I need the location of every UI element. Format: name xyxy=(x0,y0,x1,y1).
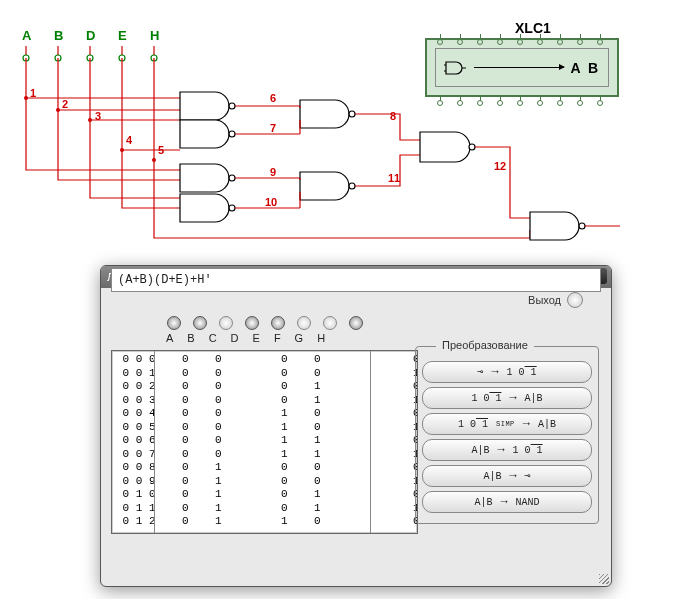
resize-handle[interactable] xyxy=(599,574,609,584)
expression-field[interactable]: (A+B)(D+E)+H' xyxy=(111,268,601,292)
wire-11: 11 xyxy=(388,172,400,184)
table-row: 0 1 0 0 1 0 1 0 1 xyxy=(116,488,413,502)
svg-point-11 xyxy=(56,108,60,112)
btn-table-to-expr[interactable]: 1 0 1→A|B xyxy=(422,387,592,409)
logic-schematic xyxy=(0,0,697,260)
table-row: 0 1 2 0 1 1 0 0 1 xyxy=(116,515,413,529)
svg-point-22 xyxy=(579,223,585,229)
wire-6: 6 xyxy=(270,92,276,104)
btn-expr-to-circuit[interactable]: A|B→⊸ xyxy=(422,465,592,487)
table-row: 0 0 4 0 0 1 0 0 1 xyxy=(116,407,413,421)
svg-point-18 xyxy=(229,205,235,211)
svg-point-19 xyxy=(349,111,355,117)
svg-point-17 xyxy=(229,175,235,181)
table-row: 0 0 2 0 0 0 1 0 1 xyxy=(116,380,413,394)
wire-2: 2 xyxy=(62,98,68,110)
svg-point-10 xyxy=(24,96,28,100)
wire-9: 9 xyxy=(270,166,276,178)
nand-gate xyxy=(180,92,235,120)
col-terminal-b[interactable] xyxy=(193,316,207,330)
table-row: 0 0 5 0 0 1 0 1 0 xyxy=(116,421,413,435)
column-letters: ABCDEFGH xyxy=(161,332,369,344)
table-row: 0 1 1 0 1 0 1 1 1 xyxy=(116,502,413,516)
table-row: 0 0 7 0 0 1 1 1 0 xyxy=(116,448,413,462)
table-row: 0 0 1 0 0 0 0 1 0 xyxy=(116,367,413,381)
col-terminal-c[interactable] xyxy=(219,316,233,330)
conversion-group: Преобразование ⊸→1 0 1 1 0 1→A|B 1 0 1SI… xyxy=(415,346,599,524)
col-terminal-d[interactable] xyxy=(245,316,259,330)
col-terminal-e[interactable] xyxy=(271,316,285,330)
col-terminal-a[interactable] xyxy=(167,316,181,330)
svg-point-21 xyxy=(469,144,475,150)
table-row: 0 0 8 0 1 0 0 0 1 xyxy=(116,461,413,475)
wire-1: 1 xyxy=(30,87,36,99)
wire-10: 10 xyxy=(265,196,277,208)
wire-12: 12 xyxy=(494,160,506,172)
wire-5: 5 xyxy=(158,144,164,156)
svg-point-12 xyxy=(88,118,92,122)
conversion-legend: Преобразование xyxy=(436,339,534,351)
table-row: 0 0 9 0 1 0 0 1 1 xyxy=(116,475,413,489)
col-terminal-h[interactable] xyxy=(349,316,363,330)
wire-7: 7 xyxy=(270,122,276,134)
column-selectors: ABCDEFGH xyxy=(161,316,369,344)
col-terminal-f[interactable] xyxy=(297,316,311,330)
table-row: 0 0 6 0 0 1 1 0 1 xyxy=(116,434,413,448)
table-row: 0 0 3 0 0 0 1 1 0 xyxy=(116,394,413,408)
truth-table[interactable]: 0 0 0 0 0 0 0 0 1 0 0 1 0 0 0 0 1 0 0 0 … xyxy=(111,350,418,534)
logic-converter-window[interactable]: Логический преобразователь-XLC1 x Выход … xyxy=(100,265,612,587)
col-terminal-g[interactable] xyxy=(323,316,337,330)
svg-point-15 xyxy=(229,103,235,109)
btn-table-simp-expr[interactable]: 1 0 1SIMP→A|B xyxy=(422,413,592,435)
wire-4: 4 xyxy=(126,134,132,146)
btn-circuit-to-table[interactable]: ⊸→1 0 1 xyxy=(422,361,592,383)
table-row: 0 0 0 0 0 0 0 0 1 xyxy=(116,353,413,367)
btn-expr-to-nand[interactable]: A|B→NAND xyxy=(422,491,592,513)
wire-3: 3 xyxy=(95,110,101,122)
svg-point-20 xyxy=(349,183,355,189)
output-terminal[interactable] xyxy=(567,292,583,308)
btn-expr-to-table[interactable]: A|B→1 0 1 xyxy=(422,439,592,461)
wire-8: 8 xyxy=(390,110,396,122)
svg-point-16 xyxy=(229,131,235,137)
svg-point-13 xyxy=(120,148,124,152)
exit-label: Выход xyxy=(528,294,561,306)
